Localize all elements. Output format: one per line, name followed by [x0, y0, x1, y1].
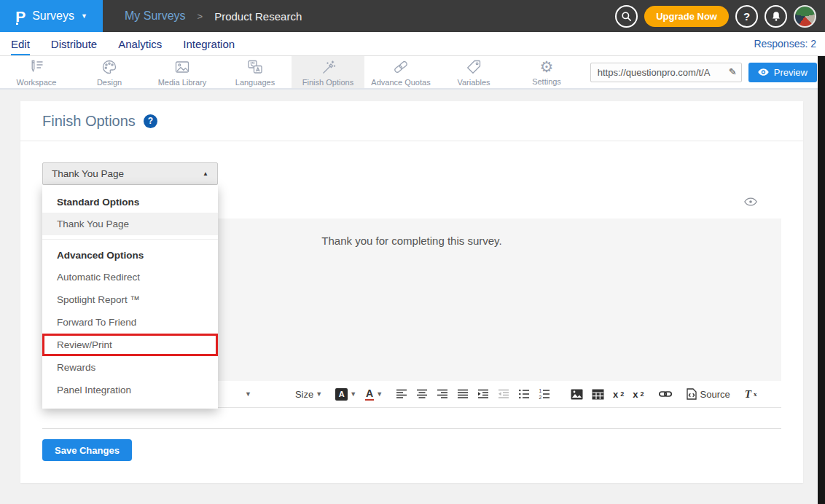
ribbon-item-advance-quotas[interactable]: Advance Quotas — [364, 56, 437, 88]
survey-url-input[interactable] — [590, 63, 742, 82]
ribbon-item-settings[interactable]: ⚙ Settings — [510, 56, 583, 88]
page-help-icon[interactable]: ? — [144, 114, 157, 128]
window-edge-strip — [818, 56, 825, 504]
dropdown-item-thank-you-page[interactable]: Thank You Page — [42, 213, 218, 235]
page-title: Finish Options — [42, 113, 136, 130]
ribbon-label: Finish Options — [302, 78, 353, 87]
insert-image-icon — [571, 389, 583, 400]
surveys-menu[interactable]: P Surveys ▼ — [0, 0, 103, 32]
eye-icon — [758, 68, 769, 76]
questionpro-logo: P — [15, 9, 26, 24]
breadcrumb-parent[interactable]: My Surveys — [125, 9, 186, 23]
subscript-button[interactable]: x2 — [613, 390, 624, 399]
languages-icon — [246, 58, 264, 76]
dropdown-group-advanced: Advanced Options Automatic Redirect Spot… — [42, 242, 218, 401]
dropdown-item-automatic-redirect[interactable]: Automatic Redirect — [42, 266, 218, 288]
ribbon-item-languages[interactable]: Languages — [219, 56, 292, 88]
edit-url-pencil-icon[interactable]: ✎ — [729, 66, 737, 77]
dropdown-group-standard: Standard Options Thank You Page — [42, 189, 218, 240]
bottom-divider — [42, 428, 781, 429]
finish-type-select-wrap: Thank You Page ▲ Standard Options Thank … — [42, 162, 218, 185]
chevron-up-icon: ▲ — [203, 170, 208, 177]
decrease-indent-icon — [498, 388, 509, 400]
background-color-button[interactable]: A ▼ — [335, 388, 356, 401]
source-icon — [687, 388, 697, 400]
workspace-icon — [28, 58, 45, 76]
main-area: Finish Options ? Thank You Page ▲ Standa… — [0, 90, 825, 504]
dropdown-item-forward-to-friend[interactable]: Forward To Friend — [42, 311, 218, 334]
link-icon — [659, 388, 672, 400]
increase-indent-icon — [477, 388, 489, 400]
align-right-button[interactable] — [437, 388, 448, 400]
help-button[interactable]: ? — [735, 5, 758, 28]
numbered-list-icon: 12 — [539, 388, 550, 400]
font-size-label: Size — [295, 389, 313, 400]
ribbon-label: Workspace — [17, 78, 57, 87]
notifications-button[interactable] — [765, 5, 787, 28]
align-center-icon — [416, 388, 428, 400]
decrease-indent-button[interactable] — [498, 388, 509, 400]
align-justify-button[interactable] — [457, 388, 469, 400]
align-justify-icon — [457, 388, 469, 400]
superscript-button[interactable]: x2 — [633, 390, 644, 399]
tag-icon — [465, 58, 482, 76]
ribbon-item-media-library[interactable]: Media Library — [146, 56, 219, 88]
ribbon-item-workspace[interactable]: Workspace — [0, 56, 73, 88]
align-left-icon — [396, 388, 407, 400]
insert-link-button[interactable] — [659, 388, 672, 400]
insert-table-button[interactable] — [592, 389, 604, 400]
chevron-down-icon: ▼ — [81, 13, 87, 20]
avatar[interactable] — [794, 5, 816, 28]
source-button[interactable]: Source — [687, 388, 730, 400]
text-color-button[interactable]: A ▼ — [365, 388, 383, 401]
finish-type-dropdown: Standard Options Thank You Page Advanced… — [42, 185, 218, 409]
dropdown-item-panel-integration[interactable]: Panel Integration — [42, 379, 218, 401]
insert-image-button[interactable] — [571, 389, 583, 400]
dropdown-item-spotlight-report[interactable]: Spotlight Report ™ — [42, 288, 218, 311]
format-combo-caret[interactable]: ▼ — [245, 390, 251, 398]
search-button[interactable] — [615, 5, 638, 28]
breadcrumb: My Surveys > Product Research — [125, 9, 302, 23]
numbered-list-button[interactable]: 12 — [539, 388, 550, 400]
dropdown-header-standard: Standard Options — [42, 189, 218, 213]
tab-analytics[interactable]: Analytics — [118, 32, 162, 55]
responses-count[interactable]: Responses: 2 — [754, 32, 816, 55]
increase-indent-button[interactable] — [477, 388, 489, 400]
bell-icon — [771, 11, 781, 22]
ribbon-label: Variables — [457, 78, 490, 87]
dropdown-item-rewards[interactable]: Rewards — [42, 356, 218, 379]
bulleted-list-button[interactable] — [518, 388, 530, 400]
dropdown-item-review-print[interactable]: Review/Print — [42, 334, 218, 356]
align-center-button[interactable] — [416, 388, 428, 400]
finish-type-select[interactable]: Thank You Page ▲ — [42, 162, 218, 185]
text-color-icon: A — [365, 388, 374, 401]
ribbon-label: Media Library — [158, 78, 207, 87]
preview-toggle-eye-icon[interactable] — [744, 197, 757, 206]
gear-icon: ⚙ — [540, 59, 554, 75]
save-changes-button[interactable]: Save Changes — [42, 439, 132, 461]
ribbon-item-design[interactable]: Design — [73, 56, 146, 88]
tab-edit[interactable]: Edit — [11, 32, 30, 55]
dropdown-header-advanced: Advanced Options — [42, 242, 218, 266]
remove-format-button[interactable]: Tx — [745, 389, 757, 400]
edit-ribbon: Workspace Design Media Library Languages… — [0, 56, 825, 90]
preview-button[interactable]: Preview — [748, 63, 817, 82]
align-left-button[interactable] — [396, 388, 407, 400]
tab-integration[interactable]: Integration — [183, 32, 235, 55]
align-right-icon — [437, 388, 448, 400]
topbar-actions: Upgrade Now ? — [615, 5, 816, 28]
image-icon — [173, 58, 191, 76]
background-color-icon: A — [335, 388, 348, 401]
question-mark-icon: ? — [743, 10, 750, 23]
topbar: P Surveys ▼ My Surveys > Product Researc… — [0, 0, 825, 32]
tab-distribute[interactable]: Distribute — [51, 32, 97, 55]
palette-icon — [101, 58, 118, 76]
upgrade-now-button[interactable]: Upgrade Now — [644, 6, 729, 27]
ribbon-item-variables[interactable]: Variables — [437, 56, 510, 88]
breadcrumb-separator-icon: > — [198, 11, 203, 22]
ribbon-label: Settings — [532, 77, 561, 86]
ribbon-label: Advance Quotas — [371, 78, 430, 87]
ribbon-item-finish-options[interactable]: Finish Options — [292, 56, 364, 88]
ribbon-label: Design — [97, 78, 122, 87]
font-size-combo[interactable]: Size ▼ — [295, 389, 322, 400]
